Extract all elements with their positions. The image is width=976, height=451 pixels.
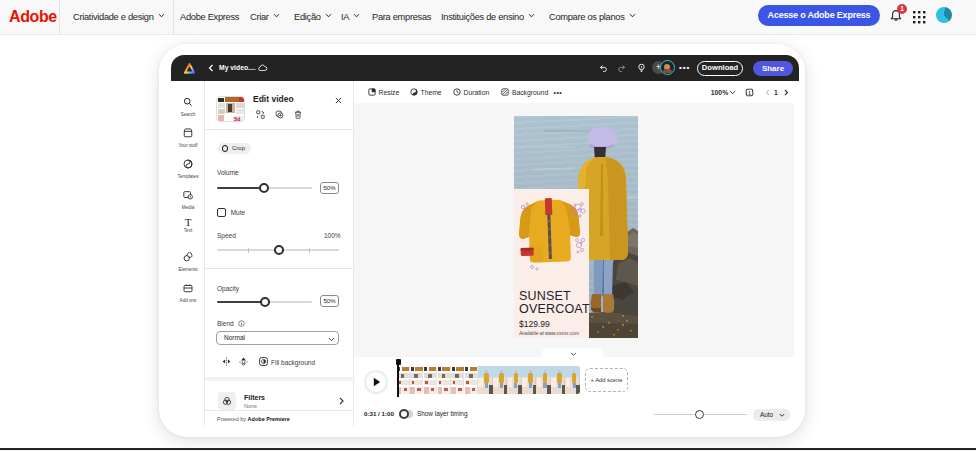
svg-text:1: 1 — [748, 91, 751, 96]
